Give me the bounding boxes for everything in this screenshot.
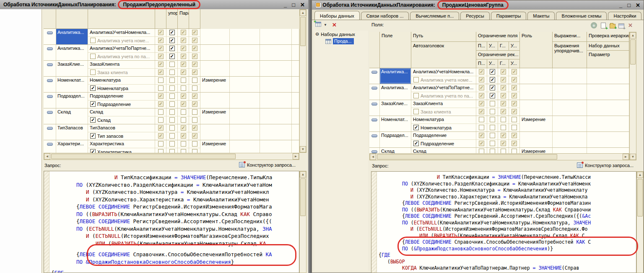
restriction-cell[interactable] [166, 124, 178, 132]
restriction-checkbox[interactable] [192, 117, 197, 123]
restriction-checkbox[interactable]: ✓ [479, 101, 484, 106]
restriction-checkbox[interactable]: ✓ [490, 85, 495, 90]
role-cell[interactable] [520, 68, 553, 84]
restriction-cell[interactable]: ✓ [178, 132, 189, 140]
restriction-cell[interactable]: ✓ [178, 45, 189, 53]
restriction-checkbox[interactable]: ✓ [158, 62, 164, 67]
add-table-icon[interactable] [618, 23, 624, 28]
restriction-checkbox[interactable] [169, 62, 175, 67]
field-title-cell[interactable]: Аналитика учета номе... [411, 76, 476, 84]
restriction-cell[interactable]: ✓ [498, 100, 509, 108]
restriction-checkbox[interactable] [192, 149, 197, 153]
hierarchy-cell[interactable] [587, 132, 629, 147]
restriction-checkbox[interactable] [490, 101, 495, 106]
use-title-checkbox[interactable] [90, 38, 96, 43]
restriction-cell[interactable]: ✓ [166, 53, 178, 61]
restriction-cell[interactable]: ✓ [178, 93, 189, 100]
restriction-checkbox[interactable]: ✓ [501, 85, 506, 90]
restriction-checkbox[interactable]: ✓ [512, 109, 517, 114]
tab-settings[interactable]: Настройки [608, 12, 641, 20]
restriction-cell[interactable]: ✓ [178, 69, 189, 77]
row-selector-cell[interactable] [369, 68, 380, 84]
field-row-group[interactable]: Аналитика...АналитикаУчетаПоПартне...✓✓✓… [369, 84, 629, 100]
restriction-checkbox[interactable] [169, 77, 175, 83]
order-expression-cell[interactable] [230, 124, 260, 140]
restriction-cell[interactable]: ✓ [189, 53, 200, 61]
row-selector-cell[interactable] [369, 84, 380, 100]
role-cell[interactable]: Измерение [200, 140, 230, 153]
field-name-cell[interactable]: Характери... [56, 140, 88, 153]
order-expression-cell[interactable] [553, 68, 587, 84]
restriction-checkbox[interactable] [192, 109, 197, 115]
restriction-cell[interactable]: ✓ [476, 76, 487, 84]
scroll-down-icon[interactable]: ▼ [300, 146, 306, 152]
restriction-cell[interactable]: ✓ [476, 100, 487, 108]
scroll-left-icon[interactable]: ◄ [370, 154, 376, 160]
scroll-up-icon[interactable]: ▲ [300, 171, 306, 178]
field-name-cell[interactable]: Номенклат... [56, 77, 88, 92]
title-bar[interactable]: Обработка ИсточникиДанныхПланирования: П… [0, 0, 308, 9]
restriction-cell[interactable]: ✓ [498, 84, 509, 92]
query-vertical-scrollbar[interactable]: ▲ [299, 171, 306, 273]
restriction-cell[interactable] [487, 108, 498, 116]
tree-collapse-icon[interactable]: ⊖ [315, 31, 319, 37]
restriction-checkbox[interactable] [181, 149, 186, 153]
hierarchy-cell[interactable] [587, 148, 629, 153]
restriction-checkbox[interactable]: ✓ [181, 93, 186, 99]
query-builder-link[interactable]: Конструктор запроса... [577, 162, 634, 168]
restriction-checkbox[interactable]: ✓ [158, 133, 164, 139]
restriction-cell[interactable]: ✓ [166, 37, 178, 45]
restriction-checkbox[interactable]: ✓ [158, 93, 164, 99]
restriction-cell[interactable]: ✓ [189, 132, 200, 140]
restriction-checkbox[interactable] [479, 117, 484, 122]
restriction-checkbox[interactable]: ✓ [181, 38, 186, 43]
role-cell[interactable] [520, 132, 553, 147]
minimize-button[interactable]: _ [619, 2, 622, 8]
restriction-cell[interactable] [509, 116, 520, 124]
field-row-group[interactable]: СкладСклад✓СкладИзмерение [44, 108, 299, 124]
restriction-checkbox[interactable]: ✓ [479, 133, 484, 138]
field-title-cell[interactable]: Аналитика учета номе... [88, 37, 155, 45]
tab-parameters[interactable]: Параметры [491, 12, 527, 20]
field-title-cell[interactable]: Аналитика учета по па... [411, 92, 476, 100]
restriction-cell[interactable]: ✓ [155, 29, 166, 37]
restriction-cell[interactable]: ✓ [498, 92, 509, 100]
row-selector-cell[interactable] [369, 148, 380, 153]
use-title-checkbox[interactable] [413, 77, 419, 82]
restriction-checkbox[interactable] [490, 133, 495, 138]
restriction-checkbox[interactable]: ✓ [512, 133, 517, 138]
restriction-cell[interactable] [155, 140, 166, 148]
scroll-left-icon[interactable]: ◄ [44, 153, 50, 160]
restriction-cell[interactable] [166, 77, 178, 85]
restriction-checkbox[interactable] [479, 125, 484, 130]
restriction-checkbox[interactable] [169, 149, 175, 153]
role-cell[interactable] [200, 61, 230, 76]
row-selector-cell[interactable] [44, 108, 56, 124]
restriction-cell[interactable]: ✓ [509, 100, 520, 108]
restriction-cell[interactable] [509, 148, 520, 153]
restriction-checkbox[interactable]: ✓ [169, 30, 175, 35]
fields-horizontal-scrollbar[interactable]: ◄ ► [369, 153, 629, 160]
field-title-cell[interactable]: Аналитика учета по па... [88, 53, 155, 61]
restriction-checkbox[interactable] [158, 117, 164, 123]
restriction-cell[interactable] [476, 116, 487, 124]
field-title-cell[interactable]: Заказ клиента [411, 108, 476, 116]
restriction-cell[interactable] [166, 85, 178, 93]
restriction-checkbox[interactable] [158, 85, 164, 91]
order-expression-cell[interactable] [553, 84, 587, 100]
restriction-cell[interactable] [498, 148, 509, 153]
restriction-cell[interactable] [166, 93, 178, 100]
scroll-up-icon[interactable]: ▲ [637, 172, 643, 178]
field-row-group[interactable]: Аналитика...АналитикаУчетаНоменкла...✓✓✓… [44, 29, 299, 45]
restriction-checkbox[interactable] [169, 125, 175, 131]
restriction-checkbox[interactable]: ✓ [192, 30, 197, 35]
tab-resources[interactable]: Ресурсы [460, 12, 489, 20]
restriction-checkbox[interactable]: ✓ [158, 70, 164, 75]
restriction-cell[interactable]: ✓ [509, 68, 520, 76]
restriction-checkbox[interactable]: ✓ [192, 93, 197, 99]
use-title-checkbox[interactable]: ✓ [413, 125, 419, 130]
restriction-cell[interactable]: ✓ [487, 76, 498, 84]
field-name-cell[interactable]: Склад [56, 108, 88, 124]
parameter-cell[interactable] [260, 77, 292, 92]
parameter-cell[interactable] [260, 93, 292, 108]
